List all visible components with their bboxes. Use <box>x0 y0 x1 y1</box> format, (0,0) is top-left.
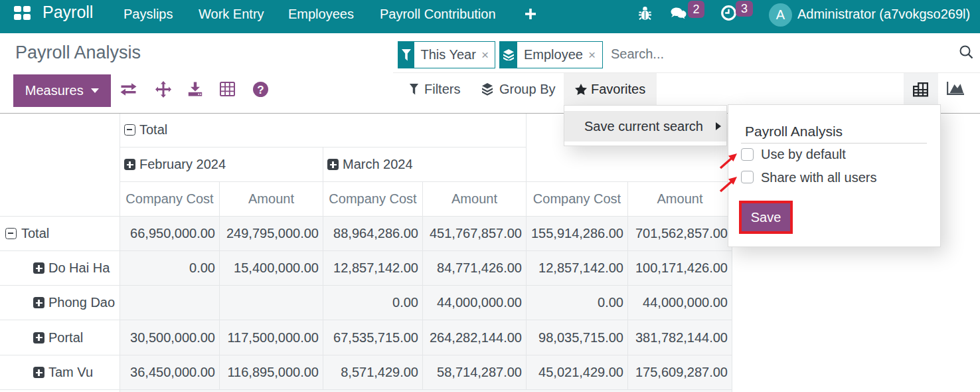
svg-text:?: ? <box>257 84 264 96</box>
